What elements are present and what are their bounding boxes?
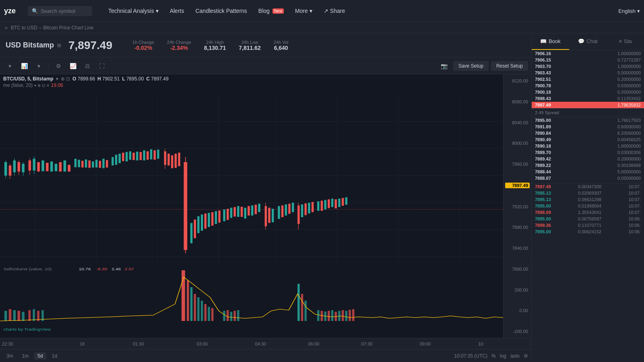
ask-row[interactable]: 7906.16 1.00000000	[532, 50, 644, 57]
order-book[interactable]: 7906.16 1.00000000 7906.15 0.72772287 79…	[532, 50, 644, 362]
svg-rect-66	[154, 150, 156, 160]
svg-rect-79	[194, 220, 196, 238]
logo: yze	[4, 7, 16, 15]
svg-rect-95	[251, 206, 253, 216]
svg-rect-49	[92, 161, 94, 167]
chart-settings-icon[interactable]: ⚙	[524, 353, 528, 359]
svg-rect-53	[106, 160, 108, 167]
svg-rect-56	[119, 154, 121, 163]
timeframe-1m[interactable]: 1m	[19, 352, 32, 360]
timeframe-3m[interactable]: 3m	[3, 352, 17, 360]
breadcrumb-home[interactable]: »	[5, 25, 8, 31]
ask-row[interactable]: 7903.43 5.00000000	[532, 70, 644, 76]
nav-technical-analysis[interactable]: Technical Analysis ▾	[108, 8, 159, 14]
bid-row[interactable]: 7888.07 0.05000000	[532, 175, 644, 181]
svg-rect-150	[317, 310, 319, 321]
ticker-symbol: USD Bitstamp ⊞ 7,897.49	[6, 39, 112, 52]
svg-rect-113	[308, 203, 310, 214]
bid-row[interactable]: 7890.49 0.00456625	[532, 136, 644, 143]
bid-row[interactable]: 7888.44 5.00000000	[532, 169, 644, 175]
svg-rect-154	[331, 310, 333, 321]
nav-candlestick-patterns[interactable]: Candlestick Patterns	[195, 8, 247, 14]
tab-chat[interactable]: 💬 Chat	[569, 33, 607, 50]
indicators-button[interactable]: 📈	[66, 60, 79, 72]
trade-row[interactable]: 7895.00 0.00624152 10:06:	[532, 228, 644, 235]
price-7840: 7840.00	[505, 246, 530, 251]
trade-row[interactable]: 7895.00 0.01998004 10:07:	[532, 203, 644, 209]
svg-text:charts by TradingView: charts by TradingView	[4, 327, 51, 331]
svg-rect-50	[95, 160, 97, 167]
trade-row[interactable]: 7899.36 0.11070771 10:06:	[532, 222, 644, 228]
svg-rect-149	[305, 301, 307, 321]
svg-rect-93	[244, 208, 246, 218]
ask-row[interactable]: 7903.70 1.00000000	[532, 63, 644, 70]
svg-rect-118	[328, 199, 330, 208]
log-toggle[interactable]: log	[500, 353, 506, 359]
share-icon: ↗	[324, 8, 328, 14]
tab-stats[interactable]: ≡ Sta	[607, 33, 644, 50]
chart-type-dropdown[interactable]: ▾	[3, 60, 16, 72]
timeframe-1d[interactable]: 1d	[49, 352, 60, 360]
breadcrumb: » BTC to USD » Bitcoin Price Chart Live	[0, 22, 644, 33]
ask-row[interactable]: 7898.43 0.11353432	[532, 95, 644, 102]
nav-blog[interactable]: Blog New	[258, 8, 284, 14]
chevron-down-icon: ▾	[156, 8, 159, 14]
svg-rect-78	[190, 223, 192, 243]
svg-rect-71	[167, 154, 169, 165]
timeframe-5d[interactable]: 5d	[34, 352, 46, 360]
screenshot-button[interactable]: 📷	[438, 60, 451, 72]
trade-row[interactable]: 7895.13 0.02069307 10:07:	[532, 190, 644, 196]
spread: 2.49 Spread	[532, 108, 644, 117]
reset-setup-button[interactable]: Reset Setup	[491, 61, 528, 71]
search-box[interactable]: 🔍 Search symbol	[28, 6, 92, 16]
svg-rect-127	[17, 311, 20, 321]
compare-button[interactable]: ⚖	[81, 60, 94, 72]
tab-book[interactable]: 📖 Book	[532, 33, 569, 50]
bid-row[interactable]: 7895.00 1.76617503	[532, 117, 644, 123]
ask-row-highlighted[interactable]: 7897.49 1.79635832	[532, 102, 644, 108]
svg-rect-84	[211, 212, 213, 226]
nav-more[interactable]: More ▾	[295, 8, 312, 14]
breadcrumb-btc-usd[interactable]: BTC to USD	[11, 25, 37, 31]
svg-rect-47	[85, 159, 87, 167]
ticker-stats: 1h Change -0.02% 24h Change -2.34% 24h H…	[132, 40, 288, 51]
ask-row[interactable]: 7900.78 0.03000000	[532, 82, 644, 89]
nav-share[interactable]: ↗ Share	[324, 8, 345, 14]
indicator-icons: ▾ ⊕ ⊡ ✕	[34, 83, 49, 88]
svg-rect-51	[99, 161, 101, 168]
svg-rect-148	[301, 294, 303, 321]
settings-button[interactable]: ⚙	[52, 60, 65, 72]
trade-row[interactable]: 7895.13 0.09631288 10:07:	[532, 196, 644, 203]
nav-alerts[interactable]: Alerts	[170, 8, 184, 14]
ohlc-h: H 7902.51	[97, 76, 120, 82]
chart-type-dropdown2[interactable]: ▾	[32, 60, 45, 72]
svg-rect-48	[89, 160, 91, 168]
ask-row[interactable]: 7906.15 0.72772287	[532, 57, 644, 63]
auto-toggle[interactable]: auto	[510, 353, 520, 359]
ask-row[interactable]: 7900.18 0.20000000	[532, 89, 644, 95]
chart-symbol-label: BTC/USD, 5, Bitstamp	[3, 76, 54, 82]
ask-row[interactable]: 7902.51 5.20000000	[532, 76, 644, 82]
chart-canvas[interactable]: BTC/USD, 5, Bitstamp ▾ ⊕ ⊡ O 7899.66 H 7…	[0, 74, 531, 338]
trade-row[interactable]: 7897.49 0.00347300 10:07:	[532, 183, 644, 190]
percent-toggle[interactable]: %	[491, 353, 496, 359]
bid-row[interactable]: 7890.84 6.33060000	[532, 130, 644, 136]
svg-rect-73	[175, 154, 177, 168]
svg-rect-60	[132, 153, 134, 160]
breadcrumb-current[interactable]: Bitcoin Price Chart Live	[43, 25, 93, 31]
trade-row[interactable]: 7895.00 0.00756587 10:06:	[532, 216, 644, 222]
bid-row[interactable]: 7889.42 0.20000000	[532, 156, 644, 162]
bid-row[interactable]: 7889.22 0.30106668	[532, 162, 644, 169]
indicator-value: 19.06	[51, 82, 63, 88]
save-setup-button[interactable]: Save Setup	[453, 61, 489, 71]
ticker-bar: USD Bitstamp ⊞ 7,897.49 1h Change -0.02%…	[0, 33, 531, 58]
svg-rect-128	[22, 312, 25, 321]
fullscreen-button[interactable]: ⛶	[95, 60, 108, 72]
bid-row[interactable]: 7891.89 0.60000000	[532, 123, 644, 130]
bid-row[interactable]: 7889.70 0.03000306	[532, 149, 644, 156]
language-selector[interactable]: English ▾	[618, 8, 640, 14]
chart-type-candle[interactable]: 📊	[18, 60, 31, 72]
svg-rect-126	[13, 310, 16, 321]
trade-row[interactable]: 7898.09 1.35543041 10:07:	[532, 209, 644, 216]
bid-row[interactable]: 7890.18 1.00000000	[532, 143, 644, 149]
